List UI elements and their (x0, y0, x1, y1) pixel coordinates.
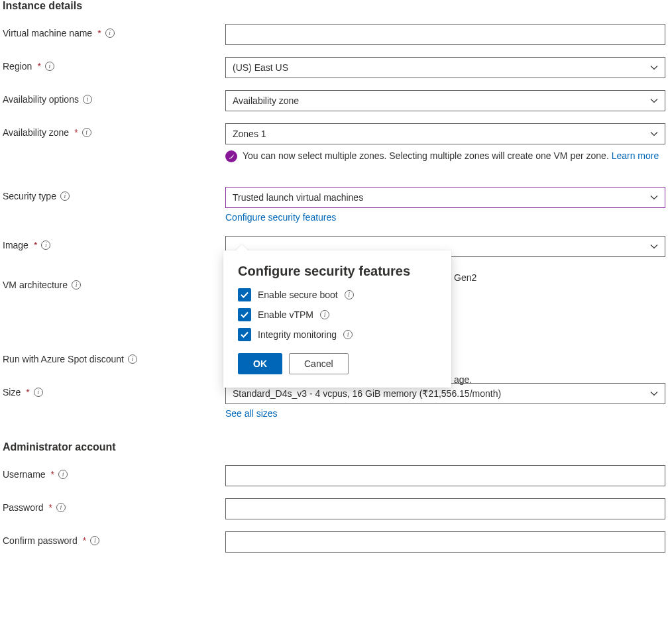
info-icon[interactable]: i (345, 290, 354, 299)
availability-options-select[interactable]: Availability zone (225, 90, 665, 111)
required-indicator: * (37, 61, 40, 72)
ok-button[interactable]: OK (238, 353, 282, 374)
configure-security-popover: Configure security features Enable secur… (223, 250, 451, 388)
info-icon[interactable]: i (90, 536, 99, 545)
popover-title: Configure security features (238, 264, 437, 279)
availability-zone-value: Zones 1 (233, 129, 266, 139)
secure-boot-label: Enable secure boot (258, 290, 338, 300)
chevron-down-icon (650, 64, 658, 72)
label-password: Password (3, 502, 43, 513)
confirm-password-input[interactable] (225, 531, 665, 553)
required-indicator: * (74, 127, 78, 138)
label-spot-discount: Run with Azure Spot discount (3, 354, 124, 364)
info-icon[interactable]: i (320, 310, 329, 319)
row-size: Size * i Standard_D4s_v3 - 4 vcpus, 16 G… (3, 383, 665, 419)
row-vm-name: Virtual machine name * i (3, 24, 665, 45)
rocket-icon (225, 150, 237, 162)
integrity-checkbox[interactable] (238, 328, 251, 341)
image-value-fragment: Gen2 (454, 272, 476, 283)
security-type-select[interactable]: Trusted launch virtual machines (225, 187, 665, 208)
vm-name-input[interactable] (225, 24, 665, 45)
label-confirm-password: Confirm password (3, 535, 78, 546)
security-type-value: Trusted launch virtual machines (233, 192, 363, 203)
row-availability-zone: Availability zone * i Zones 1 You can no… (3, 123, 665, 163)
vtpm-checkbox[interactable] (238, 308, 251, 321)
label-size: Size (3, 387, 21, 398)
row-password: Password * i (3, 498, 665, 519)
zone-tip: You can now select multiple zones. Selec… (225, 150, 665, 163)
info-icon[interactable]: i (56, 503, 66, 512)
integrity-label: Integrity monitoring (258, 329, 337, 340)
region-select[interactable]: (US) East US (225, 57, 665, 78)
chevron-down-icon (650, 193, 658, 201)
label-vm-name: Virtual machine name (3, 28, 92, 38)
required-indicator: * (34, 240, 37, 250)
row-region: Region * i (US) East US (3, 57, 665, 78)
required-indicator: * (51, 469, 54, 480)
row-username: Username * i (3, 465, 665, 486)
label-availability-zone: Availability zone (3, 127, 69, 138)
label-username: Username (3, 469, 46, 480)
vtpm-label: Enable vTPM (258, 309, 313, 320)
region-value: (US) East US (233, 62, 288, 73)
chevron-down-icon (650, 97, 658, 105)
chevron-down-icon (650, 130, 658, 138)
label-region: Region (3, 61, 32, 72)
info-icon[interactable]: i (105, 28, 115, 38)
configure-security-link[interactable]: Configure security features (225, 212, 665, 223)
info-icon[interactable]: i (60, 191, 70, 201)
info-icon[interactable]: i (82, 128, 91, 137)
arch-note-fragment: age. (454, 374, 472, 385)
username-input[interactable] (225, 465, 665, 486)
info-icon[interactable]: i (83, 95, 92, 104)
label-security-type: Security type (3, 191, 56, 201)
secure-boot-checkbox[interactable] (238, 288, 251, 301)
chevron-down-icon (650, 242, 658, 250)
required-indicator: * (48, 502, 52, 513)
cancel-button[interactable]: Cancel (289, 353, 349, 374)
info-icon[interactable]: i (72, 280, 81, 290)
info-icon[interactable]: i (128, 354, 137, 364)
row-confirm-password: Confirm password * i (3, 531, 665, 553)
info-icon[interactable]: i (34, 388, 43, 397)
label-image: Image (3, 240, 28, 250)
password-input[interactable] (225, 498, 665, 519)
size-value: Standard_D4s_v3 - 4 vcpus, 16 GiB memory… (233, 388, 501, 399)
section-instance-details: Instance details (3, 0, 665, 12)
zone-tip-text: You can now select multiple zones. Selec… (243, 150, 612, 161)
info-icon[interactable]: i (343, 330, 353, 339)
required-indicator: * (97, 28, 101, 38)
learn-more-link[interactable]: Learn more (612, 150, 659, 161)
info-icon[interactable]: i (58, 470, 68, 479)
info-icon[interactable]: i (45, 62, 54, 71)
required-indicator: * (26, 387, 29, 398)
info-icon[interactable]: i (41, 241, 50, 250)
row-availability-options: Availability options i Availability zone (3, 90, 665, 111)
chevron-down-icon (650, 390, 658, 398)
section-admin-account: Administrator account (3, 441, 665, 453)
label-vm-architecture: VM architecture (3, 280, 68, 290)
required-indicator: * (83, 535, 86, 546)
see-all-sizes-link[interactable]: See all sizes (225, 408, 665, 419)
label-availability-options: Availability options (3, 94, 79, 105)
availability-options-value: Availability zone (233, 95, 299, 106)
availability-zone-select[interactable]: Zones 1 (225, 123, 665, 144)
row-security-type: Security type i Trusted launch virtual m… (3, 187, 665, 223)
